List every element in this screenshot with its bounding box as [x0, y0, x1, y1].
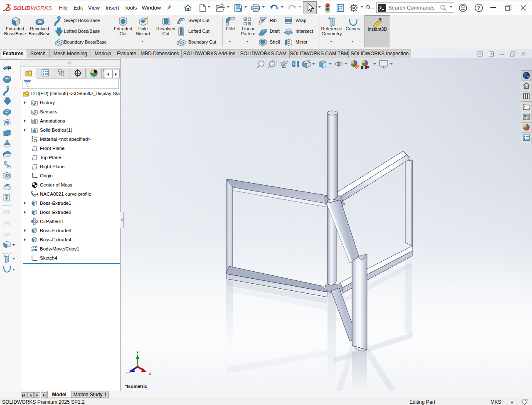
svg-text:WORKS: WORKS	[31, 5, 52, 11]
svg-text:SOLID: SOLID	[13, 5, 31, 11]
svg-text:Y: Y	[136, 351, 139, 355]
svg-text:X: X	[149, 372, 151, 376]
svg-text:Z: Z	[126, 371, 128, 375]
svg-text:?: ?	[477, 5, 480, 11]
svg-text:A: A	[33, 120, 35, 123]
